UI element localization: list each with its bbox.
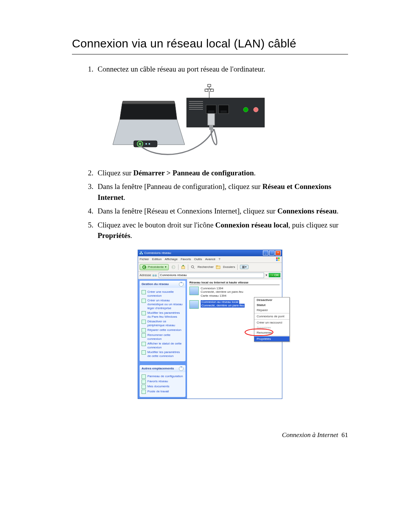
svg-rect-29 xyxy=(142,253,143,254)
svg-rect-4 xyxy=(210,89,214,91)
task-disable[interactable]: Désactiver ce périphérique réseau xyxy=(142,320,184,327)
menu-favoris[interactable]: Favoris xyxy=(181,257,191,261)
step-2-post: . xyxy=(254,169,256,177)
svg-point-12 xyxy=(149,143,150,145)
step-2-bold: Démarrer > Panneau de configuration xyxy=(133,169,254,177)
forward-button[interactable] xyxy=(171,265,176,269)
sidebar-panel-tasks-title: Gestion du réseau xyxy=(142,282,169,286)
ctx-rename[interactable]: Renommer xyxy=(254,330,289,335)
ctx-label: Statut xyxy=(257,303,266,307)
svg-rect-3 xyxy=(205,89,208,91)
place-network-favorites[interactable]: Favoris réseau xyxy=(142,380,184,384)
window-body: Gestion du réseau ˄ Créer une nouvelle c… xyxy=(138,279,282,399)
bullet-icon xyxy=(142,385,146,389)
step-4-post: . xyxy=(337,207,339,215)
task-status[interactable]: Afficher le statut de cette connexion xyxy=(142,342,184,350)
place-documents[interactable]: Mes documents xyxy=(142,385,184,389)
xp-flag-icon xyxy=(276,257,280,262)
svg-rect-34 xyxy=(278,259,280,261)
ctx-shortcut[interactable]: Créer un raccourci xyxy=(254,320,289,325)
bullet-icon xyxy=(142,299,146,303)
svg-point-11 xyxy=(145,143,147,145)
menu-outils[interactable]: Outils xyxy=(194,257,202,261)
connection-name: Connexion au réseau local xyxy=(201,300,239,304)
task-repair[interactable]: Réparer cette connexion xyxy=(142,328,184,332)
ctx-repair[interactable]: Réparer xyxy=(254,308,289,313)
close-button[interactable]: × xyxy=(275,250,281,255)
ctx-label: Désactiver xyxy=(257,298,272,302)
bullet-icon xyxy=(142,290,146,294)
place-computer[interactable]: Poste de travail xyxy=(142,390,184,394)
search-label[interactable]: Rechercher xyxy=(198,265,214,269)
step-3: Dans la fenêtre [Panneau de configuratio… xyxy=(95,181,348,203)
steps-list: Connectez un câble réseau au port réseau… xyxy=(72,64,348,75)
bullet-icon xyxy=(142,333,146,338)
back-button[interactable]: Précédente ▾ xyxy=(140,264,169,270)
step-1: Connectez un câble réseau au port réseau… xyxy=(95,64,348,75)
ctx-disable[interactable]: Désactiver xyxy=(254,297,289,303)
menu-avance[interactable]: Avancé xyxy=(205,257,215,261)
svg-rect-32 xyxy=(278,257,280,259)
up-button[interactable] xyxy=(181,265,186,269)
address-input[interactable] xyxy=(159,273,264,278)
ctx-status[interactable]: Statut xyxy=(254,303,289,308)
group-header: Réseau local ou Internet à haute vitesse xyxy=(189,281,280,285)
maximize-button[interactable]: □ xyxy=(269,250,275,255)
ctx-delete: Supprimer xyxy=(254,325,289,330)
view-button[interactable]: ▦▾ xyxy=(240,265,248,269)
svg-point-35 xyxy=(142,265,146,269)
laptop-ethernet-illustration xyxy=(97,82,323,158)
task-home-network[interactable]: Créer un réseau domestique ou un réseau … xyxy=(142,299,184,310)
menu-affichage[interactable]: Affichage xyxy=(164,257,177,261)
footer-label: Connexion à Internet xyxy=(282,431,338,439)
connection-icon xyxy=(189,300,199,309)
svg-rect-42 xyxy=(153,275,154,276)
ctx-properties[interactable]: Propriétés xyxy=(254,336,289,341)
footer-page: 61 xyxy=(341,431,348,439)
minimize-button[interactable]: _ xyxy=(263,250,268,255)
svg-point-36 xyxy=(172,265,175,269)
place-control-panel[interactable]: Panneau de configuration xyxy=(142,374,184,379)
step-5-bold: Connexion réseau local xyxy=(215,221,289,229)
svg-rect-15 xyxy=(189,103,203,104)
task-label: Créer une nouvelle connexion xyxy=(147,290,184,298)
place-label: Poste de travail xyxy=(147,390,169,394)
svg-rect-0 xyxy=(208,84,211,87)
address-dropdown-icon[interactable]: ▾ xyxy=(266,273,267,277)
collapse-icon: ˄ xyxy=(179,282,184,287)
svg-rect-30 xyxy=(141,252,142,253)
task-rename[interactable]: Renommer cette connexion xyxy=(142,333,184,341)
step-4-bold: Connexions réseau xyxy=(277,207,337,215)
svg-rect-41 xyxy=(216,266,218,266)
menu-help[interactable]: ? xyxy=(219,257,220,261)
sidebar-panel-tasks-header[interactable]: Gestion du réseau ˄ xyxy=(140,281,186,288)
menu-edition[interactable]: Edition xyxy=(152,257,161,261)
step-2: Cliquez sur Démarrer > Panneau de config… xyxy=(95,168,348,178)
sidebar: Gestion du réseau ˄ Créer une nouvelle c… xyxy=(138,279,187,399)
sidebar-panel-places-header[interactable]: Autres emplacements ˄ xyxy=(140,365,186,372)
go-button[interactable]: → OK xyxy=(269,273,280,277)
menu-fichier[interactable]: Fichier xyxy=(140,257,149,261)
folders-label[interactable]: Dossiers xyxy=(223,265,235,269)
task-label: Désactiver ce périphérique réseau xyxy=(147,320,184,327)
address-bar: Adresse ▾ → OK xyxy=(138,272,282,279)
task-new-connection[interactable]: Créer une nouvelle connexion xyxy=(142,290,184,298)
toolbar: Précédente ▾ Rechercher Dossiers ▦▾ xyxy=(138,263,282,272)
svg-rect-20 xyxy=(208,110,214,113)
title-rule xyxy=(72,54,348,54)
ctx-bridge[interactable]: Connexions de pont xyxy=(254,314,289,319)
bullet-icon xyxy=(142,311,146,315)
sidebar-panel-places: Autres emplacements ˄ Panneau de configu… xyxy=(140,365,186,397)
bullet-icon xyxy=(142,380,146,384)
separator xyxy=(188,264,188,270)
task-settings[interactable]: Modifier les paramètres de cette connexi… xyxy=(142,350,184,358)
menubar: Fichier Edition Affichage Favoris Outils… xyxy=(138,256,282,263)
connection-detail: Carte réseau 1394 xyxy=(201,294,243,298)
back-dropdown-icon: ▾ xyxy=(165,265,166,269)
back-arrow-icon xyxy=(142,265,147,269)
task-firewall[interactable]: Modifier les paramètres du Pare-feu Wind… xyxy=(142,311,184,319)
sidebar-panel-tasks: Gestion du réseau ˄ Créer une nouvelle c… xyxy=(140,281,186,361)
step-2-pre: Cliquez sur xyxy=(98,169,133,177)
connection-status: Connecté, derrière un pare-feu xyxy=(201,290,243,294)
connection-1394[interactable]: Connexion 1394 Connecté, derrière un par… xyxy=(189,287,280,298)
